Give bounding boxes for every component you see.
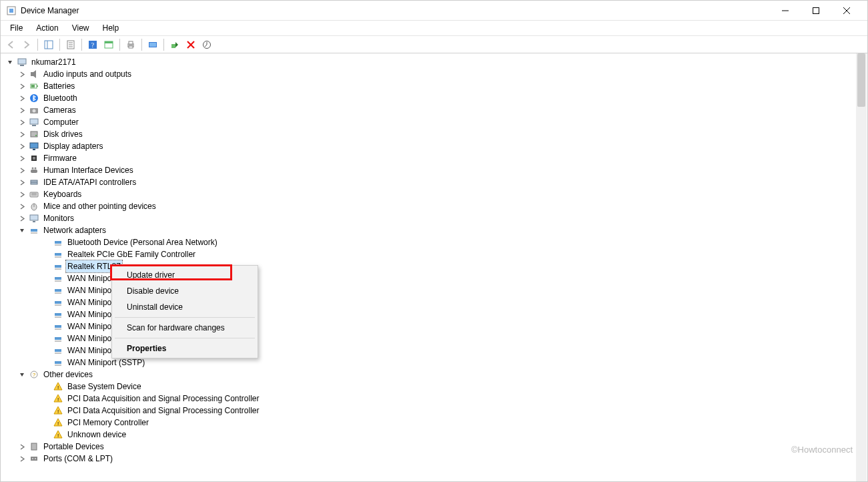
scan-button[interactable] — [145, 37, 160, 52]
print-button[interactable] — [123, 37, 138, 52]
tree-node[interactable]: Monitors — [6, 212, 862, 224]
chevron-right-icon[interactable] — [18, 202, 26, 210]
svg-text:!: ! — [57, 385, 59, 391]
network-adapter-icon — [53, 333, 63, 344]
tree-node[interactable]: IDE ATA/ATAPI controllers — [6, 176, 862, 188]
show-hide-tree-button[interactable] — [41, 37, 56, 52]
tree-node-label: Firmware — [42, 152, 78, 164]
device-category-icon — [29, 189, 39, 200]
tree-leaf[interactable]: Realtek PCIe GbE Family Controller — [6, 248, 862, 260]
back-button[interactable] — [3, 37, 18, 52]
tree-node[interactable]: Disk drives — [6, 128, 862, 140]
svg-point-37 — [35, 135, 37, 136]
chevron-down-icon[interactable] — [6, 58, 14, 66]
chevron-right-icon[interactable] — [18, 70, 26, 78]
chevron-right-icon[interactable] — [18, 455, 26, 463]
tree-node[interactable]: Ports (COM & LPT) — [6, 453, 862, 465]
uninstall-button[interactable] — [183, 37, 198, 52]
chevron-right-icon[interactable] — [18, 190, 26, 198]
chevron-right-icon[interactable] — [18, 166, 26, 174]
svg-rect-52 — [30, 215, 38, 220]
context-menu-separator — [115, 317, 255, 318]
svg-rect-74 — [55, 349, 61, 352]
svg-rect-1 — [9, 9, 13, 13]
tree-node[interactable]: Bluetooth — [6, 92, 862, 104]
context-properties[interactable]: Properties — [113, 340, 256, 356]
network-adapter-icon — [53, 249, 63, 260]
chevron-right-icon[interactable] — [18, 178, 26, 186]
svg-rect-60 — [55, 265, 61, 268]
device-category-icon — [29, 93, 39, 103]
menu-file[interactable]: File — [3, 22, 29, 34]
chevron-right-icon[interactable] — [18, 142, 26, 150]
chevron-down-icon[interactable] — [18, 226, 26, 234]
chevron-right-icon[interactable] — [18, 94, 26, 102]
tree-root-label: nkumar2171 — [30, 56, 77, 68]
tree-leaf-label: WAN Minipo — [66, 320, 113, 332]
forward-button[interactable] — [19, 37, 34, 52]
tree-node[interactable]: Cameras — [6, 104, 862, 116]
tree-leaf[interactable]: !Unknown device — [6, 429, 862, 441]
tree-leaf[interactable]: !PCI Memory Controller — [6, 417, 862, 429]
tree-node[interactable]: Display adapters — [6, 140, 862, 152]
svg-point-43 — [32, 168, 34, 170]
context-menu-separator — [115, 338, 255, 338]
context-update-driver[interactable]: Update driver — [113, 267, 256, 283]
context-scan-hardware[interactable]: Scan for hardware changes — [113, 320, 256, 336]
minimize-button[interactable] — [770, 1, 801, 21]
action-button[interactable] — [101, 37, 116, 52]
tree-leaf[interactable]: !PCI Data Acquisition and Signal Process… — [6, 405, 862, 417]
tree-leaf-label: PCI Data Acquisition and Signal Processi… — [66, 405, 260, 417]
context-uninstall-device[interactable]: Uninstall device — [113, 299, 256, 315]
svg-rect-35 — [32, 125, 36, 126]
tree-root[interactable]: nkumar2171 — [6, 56, 862, 68]
svg-rect-3 — [813, 7, 819, 13]
chevron-right-icon[interactable] — [18, 214, 26, 222]
svg-rect-72 — [55, 337, 61, 340]
svg-point-87 — [32, 458, 33, 459]
svg-rect-29 — [37, 85, 38, 87]
tree-node[interactable]: Portable Devices — [6, 441, 862, 453]
tree-node-label: Monitors — [42, 212, 75, 224]
svg-rect-6 — [45, 41, 53, 49]
context-disable-device[interactable]: Disable device — [113, 283, 256, 299]
chevron-down-icon[interactable] — [18, 371, 26, 379]
tree-leaf[interactable]: Bluetooth Device (Personal Area Network) — [6, 236, 862, 248]
chevron-right-icon[interactable] — [18, 82, 26, 90]
chevron-right-icon[interactable] — [18, 130, 26, 138]
tree-leaf[interactable]: !PCI Data Acquisition and Signal Process… — [6, 393, 862, 405]
tree-node[interactable]: Mice and other pointing devices — [6, 200, 862, 212]
tree-node[interactable]: Computer — [6, 116, 862, 128]
chevron-right-icon[interactable] — [18, 106, 26, 114]
tree-leaf[interactable]: !Base System Device — [6, 381, 862, 393]
tree-node[interactable]: Audio inputs and outputs — [6, 68, 862, 80]
tree-node-network-adapters[interactable]: Network adapters — [6, 224, 862, 236]
update-driver-button[interactable] — [199, 37, 214, 52]
tree-node[interactable]: Firmware — [6, 152, 862, 164]
tree-node-label: Portable Devices — [42, 441, 105, 453]
svg-point-44 — [35, 168, 37, 170]
vertical-scrollbar[interactable] — [856, 53, 867, 481]
warning-device-icon: ! — [53, 429, 63, 440]
chevron-right-icon[interactable] — [18, 154, 26, 162]
tree-node[interactable]: Human Interface Devices — [6, 164, 862, 176]
maximize-button[interactable] — [801, 1, 831, 21]
window-title: Device Manager — [21, 6, 79, 15]
chevron-right-icon[interactable] — [18, 443, 26, 451]
chevron-right-icon[interactable] — [18, 118, 26, 126]
computer-icon — [17, 57, 27, 67]
help-button[interactable]: ? — [85, 37, 100, 52]
tree-node[interactable]: Batteries — [6, 80, 862, 92]
svg-rect-86 — [31, 457, 37, 461]
menu-action[interactable]: Action — [29, 22, 65, 34]
warning-device-icon: ! — [53, 417, 63, 428]
properties-button[interactable] — [63, 37, 78, 52]
svg-rect-20 — [149, 43, 156, 47]
tree-node[interactable]: Keyboards — [6, 188, 862, 200]
tree-node-other-devices[interactable]: ? Other devices — [6, 369, 862, 381]
menu-view[interactable]: View — [65, 22, 96, 34]
menu-help[interactable]: Help — [96, 22, 126, 34]
tree-leaf-label: WAN Minipo — [66, 344, 113, 356]
enable-button[interactable] — [167, 37, 182, 52]
close-button[interactable] — [831, 1, 862, 21]
